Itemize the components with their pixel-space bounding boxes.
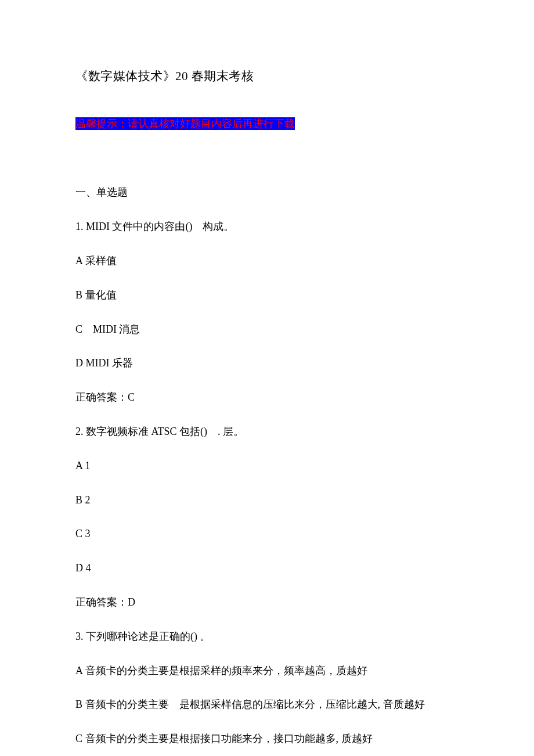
question-3: 3. 下列哪种论述是正确的() 。 A 音频卡的分类主要是根据采样的频率来分，频…	[75, 628, 459, 756]
q3-option-a: A 音频卡的分类主要是根据采样的频率来分，频率越高，质越好	[75, 663, 459, 679]
q2-question-text: 2. 数字视频标准 ATSC 包括() . 层。	[75, 423, 459, 440]
q2-option-b: B 2	[75, 492, 459, 509]
q3-option-b: B 音频卡的分类主要 是根据采样信息的压缩比来分，压缩比越大, 音质越好	[75, 696, 459, 713]
q2-option-a: A 1	[75, 458, 459, 474]
q3-option-c: C 音频卡的分类主要是根据接口功能来分，接口功能越多, 质越好	[75, 730, 459, 747]
q1-option-d: D MIDI 乐器	[75, 355, 459, 372]
question-2: 2. 数字视频标准 ATSC 包括() . 层。 A 1 B 2 C 3 D 4…	[75, 423, 459, 611]
q2-option-d: D 4	[75, 560, 459, 577]
q2-option-c: C 3	[75, 525, 459, 542]
q2-answer: 正确答案：D	[75, 594, 459, 611]
q1-question-text: 1. MIDI 文件中的内容由() 构成。	[75, 218, 459, 235]
highlighted-notice: 温馨提示：请认真核对好题目内容后再进行下载	[75, 117, 295, 130]
notice-wrapper: 温馨提示：请认真核对好题目内容后再进行下载	[75, 116, 459, 132]
document-title: 《数字媒体技术》20 春期末考核	[75, 67, 459, 87]
q1-option-c: C MIDI 消息	[75, 321, 459, 338]
q1-option-a: A 采样值	[75, 253, 459, 269]
q1-option-b: B 量化值	[75, 287, 459, 304]
q3-question-text: 3. 下列哪种论述是正确的() 。	[75, 628, 459, 645]
section-header: 一、单选题	[75, 184, 459, 201]
q1-answer: 正确答案：C	[75, 389, 459, 406]
question-1: 1. MIDI 文件中的内容由() 构成。 A 采样值 B 量化值 C MIDI…	[75, 218, 459, 406]
